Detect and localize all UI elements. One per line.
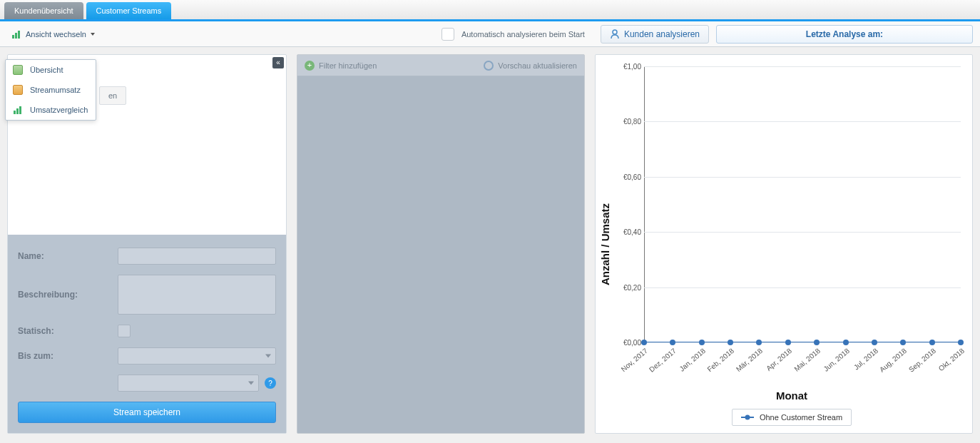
x-tick-label: Apr, 2018: [765, 347, 793, 372]
add-filter-button[interactable]: + Filter hinzufügen: [305, 61, 381, 71]
menu-item-revenue-compare[interactable]: Umsatzvergleich: [6, 100, 96, 120]
svg-rect-2: [18, 31, 20, 39]
x-tick-label: Nov, 2017: [620, 347, 649, 373]
left-panel: en Übersicht Streamumsatz Umsatzvergleic…: [7, 54, 287, 434]
y-tick-label: €0,20: [614, 283, 641, 291]
auto-analyze-checkbox[interactable]: [441, 28, 454, 41]
filter-toolbar: + Filter hinzufügen Vorschau aktualisier…: [297, 55, 584, 76]
stream-form: Name: Beschreibung: Statisch: Bis zum: ?…: [8, 235, 286, 433]
refresh-preview-label: Vorschau aktualisieren: [498, 61, 577, 70]
chart-legend: Ohne Customer Stream: [732, 409, 852, 426]
x-tick-label: Mär, 2018: [735, 347, 764, 373]
chart-panel: Anzahl / Umsatz €0,00€0,20€0,40€0,60€0,8…: [595, 54, 973, 434]
plus-icon: +: [305, 61, 315, 71]
analyze-label: Kunden analysieren: [624, 29, 700, 39]
x-tick-label: Okt, 2018: [937, 347, 966, 372]
name-label: Name:: [18, 251, 118, 261]
content: en Übersicht Streamumsatz Umsatzvergleic…: [0, 47, 980, 441]
svg-rect-6: [19, 106, 21, 114]
add-filter-label: Filter hinzufügen: [319, 61, 377, 70]
x-tick-label: Aug, 2018: [878, 347, 908, 374]
chart-y-axis-label: Anzahl / Umsatz: [600, 203, 612, 285]
chart-x-axis-label: Monat: [616, 389, 968, 402]
y-axis-line: [644, 66, 645, 342]
tab-bar: Kundenübersicht Customer Streams: [0, 0, 980, 21]
y-tick-label: €0,80: [614, 118, 641, 126]
svg-point-3: [613, 30, 617, 34]
toolbar: Ansicht wechseln Automatisch analysieren…: [0, 21, 980, 47]
bar-chart-icon: [13, 105, 23, 115]
hidden-tab-fragment[interactable]: en: [99, 86, 126, 105]
line-chart-icon: [13, 85, 23, 95]
static-label: Statisch:: [18, 326, 118, 336]
secondary-combo[interactable]: [118, 375, 259, 392]
y-tick-label: €0,60: [614, 173, 641, 180]
svg-rect-4: [14, 111, 16, 114]
refresh-preview-button[interactable]: Vorschau aktualisieren: [484, 61, 577, 71]
auto-analyze-label: Automatisch analysieren beim Start: [461, 30, 585, 39]
x-tick-label: Feb, 2018: [706, 347, 736, 373]
static-checkbox[interactable]: [118, 325, 131, 337]
menu-item-stream-revenue[interactable]: Streamumsatz: [6, 80, 96, 100]
chevron-down-icon: [91, 33, 95, 36]
stream-list-area: en Übersicht Streamumsatz Umsatzvergleic…: [8, 55, 286, 235]
view-switch-menu: Übersicht Streamumsatz Umsatzvergleich: [5, 59, 96, 121]
gridline: [644, 66, 961, 67]
svg-rect-1: [15, 33, 17, 39]
legend-marker-icon: [741, 417, 754, 418]
x-tick-label: Mai, 2018: [793, 347, 822, 373]
x-tick-label: Jul, 2018: [852, 347, 879, 372]
menu-item-overview[interactable]: Übersicht: [6, 60, 96, 80]
x-tick-label: Jun, 2018: [822, 347, 851, 373]
help-icon[interactable]: ?: [265, 377, 276, 389]
gridline: [644, 287, 961, 288]
until-date-combo[interactable]: [118, 347, 276, 365]
chart-x-ticks: Nov, 2017Dez, 2017Jan, 2018Feb, 2018Mär,…: [644, 342, 961, 388]
menu-item-label: Übersicht: [30, 66, 63, 74]
save-stream-button[interactable]: Stream speichern: [18, 402, 276, 423]
description-textarea[interactable]: [118, 275, 276, 315]
refresh-icon: [484, 61, 494, 71]
x-tick-label: Sep, 2018: [907, 347, 937, 374]
x-tick-label: Jan, 2018: [678, 347, 707, 373]
bar-chart-icon: [11, 29, 21, 39]
until-label: Bis zum:: [18, 351, 118, 361]
name-input[interactable]: [118, 248, 276, 265]
tab-customer-overview[interactable]: Kundenübersicht: [4, 2, 83, 19]
y-tick-label: €1,00: [614, 63, 641, 71]
gridline: [644, 121, 961, 122]
legend-label: Ohne Customer Stream: [760, 413, 842, 422]
menu-item-label: Umsatzvergleich: [30, 106, 88, 114]
grid-icon: [13, 65, 23, 75]
svg-rect-5: [16, 108, 19, 114]
svg-rect-0: [12, 35, 14, 39]
y-tick-label: €0,40: [614, 228, 641, 236]
analyze-icon: [610, 29, 620, 39]
gridline: [644, 177, 961, 178]
analyze-customers-button[interactable]: Kunden analysieren: [601, 25, 709, 44]
chart-plot-area: €0,00€0,20€0,40€0,60€0,80€1,00: [644, 66, 961, 342]
collapse-handle[interactable]: [272, 57, 284, 68]
view-switch-dropdown[interactable]: Ansicht wechseln: [7, 26, 99, 42]
menu-item-label: Streamumsatz: [30, 86, 81, 94]
filter-panel: + Filter hinzufügen Vorschau aktualisier…: [297, 54, 585, 434]
tab-customer-streams[interactable]: Customer Streams: [86, 2, 172, 19]
view-switch-label: Ansicht wechseln: [26, 30, 86, 39]
last-analysis-button[interactable]: Letzte Analyse am:: [716, 25, 973, 44]
gridline: [644, 232, 961, 233]
y-tick-label: €0,00: [614, 339, 641, 347]
x-tick-label: Dez, 2017: [648, 347, 678, 374]
description-label: Beschreibung:: [18, 290, 118, 300]
